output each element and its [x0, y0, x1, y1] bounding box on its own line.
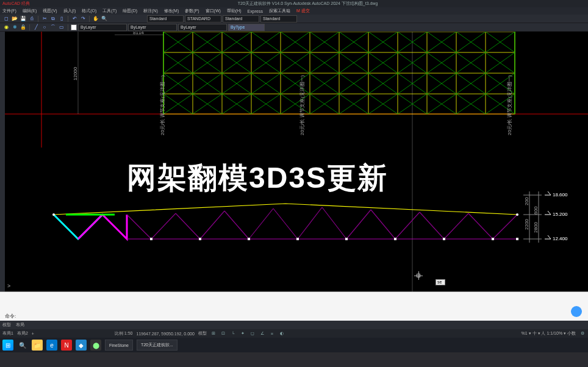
tab-model[interactable]: 模型	[2, 322, 11, 328]
edge-icon[interactable]: e	[46, 340, 57, 351]
menu-help[interactable]: 帮助(H)	[227, 8, 242, 14]
support-note-b: 20元/长 调节支座(见详图一)	[299, 75, 305, 135]
svg-line-133	[468, 213, 493, 239]
menu-edit[interactable]: 编辑(E)	[23, 8, 37, 14]
dim-style-dropdown[interactable]: STANDARD	[185, 15, 221, 23]
menu-toolbox[interactable]: 探索工具箱	[269, 8, 290, 14]
cut-icon[interactable]: ✂	[41, 15, 48, 23]
dim-r1: 200	[524, 197, 529, 205]
tab-layout[interactable]: 布局	[16, 322, 24, 328]
layer-icon[interactable]: ◉	[2, 24, 10, 31]
redo-icon[interactable]: ↷	[79, 15, 87, 23]
svg-rect-138	[199, 238, 201, 240]
menu-insert[interactable]: 插入(I)	[63, 8, 76, 14]
explorer-icon[interactable]: 📁	[32, 340, 43, 351]
menu-param[interactable]: 参数(P)	[185, 8, 199, 14]
app-icon-1[interactable]: N	[61, 340, 72, 351]
menu-tools[interactable]: 工具(T)	[102, 8, 117, 14]
copy-icon[interactable]: ⧉	[49, 15, 57, 23]
start-button[interactable]: ⊞	[2, 340, 13, 351]
dim-r4: 2800	[533, 222, 539, 233]
status-coords: 119647.287, 59050.192, 0.000	[136, 332, 194, 336]
app-icon-2[interactable]: ◆	[76, 340, 87, 351]
status-right-group[interactable]: %1 ▾ 十 ▾ 人 1:1/10% ▾ 小数	[522, 330, 576, 337]
svg-line-132	[444, 213, 468, 239]
customize-icon[interactable]: ⚙	[579, 330, 586, 337]
transparency-icon[interactable]: ◐	[279, 330, 285, 337]
menu-file[interactable]: 文件(F)	[2, 8, 16, 14]
search-icon[interactable]: 🔍	[17, 340, 28, 351]
menu-submit[interactable]: M 提交	[296, 8, 310, 14]
svg-line-125	[273, 208, 298, 239]
sidebar-palette-label[interactable]: 二维绘图	[0, 32, 5, 68]
layer-state-icon[interactable]: ❄	[11, 24, 18, 31]
status-model[interactable]: 模型	[198, 330, 207, 337]
mleader-style-dropdown[interactable]: Standard	[260, 15, 297, 23]
color-swatch[interactable]	[71, 24, 77, 30]
ortho-icon[interactable]: └	[230, 330, 236, 337]
color-dropdown[interactable]: ByLayer	[128, 24, 177, 31]
menu-dimension[interactable]: 标注(N)	[143, 8, 158, 14]
lineweight-icon[interactable]: ≡	[269, 330, 275, 337]
svg-line-122	[200, 211, 224, 239]
save-icon[interactable]: 💾	[20, 15, 27, 23]
zoom-icon[interactable]: 🔍	[101, 15, 108, 23]
layer-dropdown[interactable]: ByLayer	[78, 24, 127, 31]
title-bar: AutoCAD 经典 T20天正建筑软件 V14.0 Syn-Autodesk …	[0, 0, 588, 7]
rect-icon[interactable]: ▭	[58, 24, 65, 31]
new-icon[interactable]: ◻	[2, 15, 10, 23]
support-note-c: 20元/长 调节支座(见详图一)	[507, 75, 512, 135]
elev-3: 12.400	[553, 236, 568, 241]
menu-window[interactable]: 窗口(W)	[206, 8, 221, 14]
open-icon[interactable]: 📂	[11, 15, 18, 23]
status-layout1[interactable]: 布局1	[2, 330, 13, 337]
menu-view[interactable]: 视图(V)	[43, 8, 57, 14]
linetype-dropdown[interactable]: ByLayer	[178, 24, 227, 31]
task-item-1[interactable]: FineStone	[105, 340, 133, 351]
grid-icon[interactable]: ⊞	[210, 330, 217, 337]
svg-rect-142	[394, 238, 396, 240]
table-style-dropdown[interactable]: Standard	[223, 15, 259, 23]
arc-icon[interactable]: ⌒	[49, 24, 57, 31]
svg-rect-140	[296, 238, 299, 240]
status-add-layout[interactable]: +	[32, 332, 34, 336]
dim-top-horizontal: 8114	[133, 32, 144, 35]
dim-r3: 600	[533, 206, 539, 215]
print-icon[interactable]: ⎙	[28, 15, 35, 23]
toolbar-row-2: ◉ ❄ 🔒 ╱ ○ ⌒ ▭ ByLayer ByLayer ByLayer By…	[0, 23, 588, 32]
snap-icon[interactable]: ⊡	[220, 330, 226, 337]
window-title: T20天正建筑软件 V14.0 Syn-Autodesk AutoCAD 202…	[30, 1, 586, 7]
line-icon[interactable]: ╱	[32, 24, 40, 31]
app-icon-3[interactable]: ⬤	[90, 340, 101, 351]
svg-rect-137	[150, 238, 152, 240]
paste-icon[interactable]: ▯	[58, 15, 65, 23]
plot-style-dropdown[interactable]: ByType	[228, 24, 265, 31]
go-button[interactable]	[571, 306, 582, 317]
svg-rect-141	[345, 238, 348, 240]
svg-line-128	[346, 210, 371, 239]
polar-icon[interactable]: ✦	[240, 330, 246, 337]
windows-taskbar: ⊞ 🔍 📁 e N ◆ ⬤ FineStone T20天正建筑软...	[0, 338, 588, 352]
menu-express[interactable]: Express	[248, 9, 263, 13]
dim-r2: 2200	[524, 219, 529, 230]
svg-point-136	[516, 213, 518, 216]
dynamic-input[interactable]: se	[436, 279, 445, 285]
menu-modify[interactable]: 修改(M)	[164, 8, 179, 14]
circle-icon[interactable]: ○	[41, 24, 48, 31]
undo-icon[interactable]: ↶	[71, 15, 78, 23]
command-prompt-arrow: >	[7, 283, 10, 289]
menu-draw[interactable]: 绘图(D)	[123, 8, 137, 14]
status-layout2[interactable]: 布局2	[17, 330, 28, 337]
command-line-area[interactable]: 命令:	[0, 291, 588, 321]
osnap-icon[interactable]: ◻	[249, 330, 256, 337]
svg-line-134	[493, 215, 517, 239]
svg-line-123	[224, 211, 249, 239]
drawing-canvas[interactable]: 二维绘图 8114 12000	[0, 32, 588, 291]
pan-icon[interactable]: ✋	[92, 15, 99, 23]
support-note-a: 20元/长 调节支座(见详图一)	[160, 75, 165, 135]
text-style-dropdown[interactable]: Standard	[147, 15, 184, 23]
menu-format[interactable]: 格式(O)	[82, 8, 96, 14]
otrack-icon[interactable]: ∠	[259, 330, 265, 337]
task-item-2[interactable]: T20天正建筑软...	[137, 340, 177, 351]
lock-icon[interactable]: 🔒	[20, 24, 27, 31]
